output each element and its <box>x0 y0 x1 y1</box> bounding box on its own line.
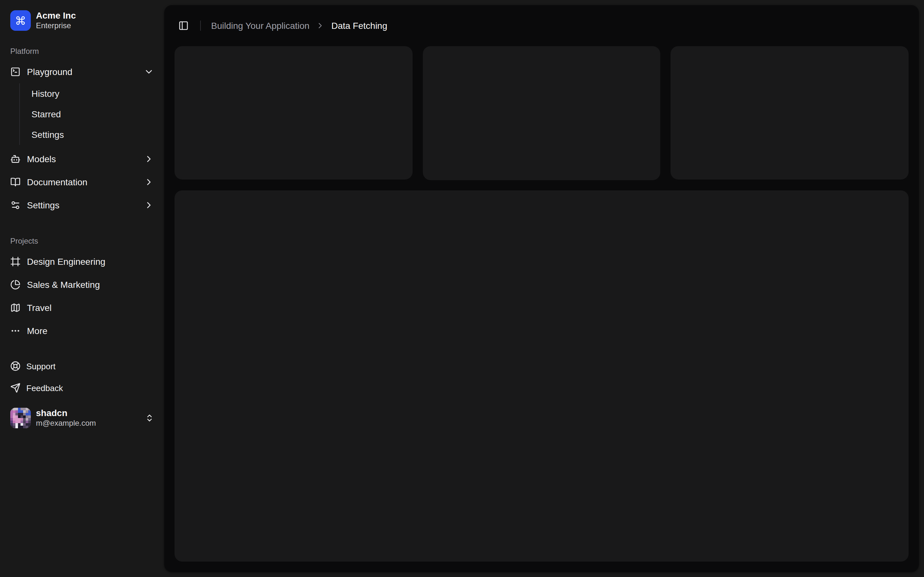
sidebar-item-design-engineering[interactable]: Design Engineering <box>5 251 159 272</box>
nav-group-label: Projects <box>5 231 159 251</box>
brand-logo <box>10 10 31 31</box>
breadcrumb-current-page: Data Fetching <box>331 21 387 31</box>
map-icon <box>10 303 21 313</box>
sidebar-item-label: Sales & Marketing <box>27 279 100 290</box>
settings-sliders-icon <box>10 200 21 210</box>
chevron-right-icon <box>144 177 154 187</box>
main-panel: Building Your Application Data Fetching <box>164 5 919 572</box>
sidebar: Acme Inc Enterprise Platform Playground <box>0 0 164 577</box>
bot-icon <box>10 154 21 164</box>
book-open-icon <box>10 177 21 187</box>
sidebar-item-travel[interactable]: Travel <box>5 298 159 318</box>
sidebar-footer: shadcn m@example.com <box>0 403 164 434</box>
sidebar-subitem-history[interactable]: History <box>26 85 159 103</box>
sidebar-item-sales-marketing[interactable]: Sales & Marketing <box>5 274 159 295</box>
brand-plan: Enterprise <box>36 21 76 31</box>
chevrons-up-down-icon <box>145 414 154 422</box>
separator <box>200 21 201 31</box>
sidebar-item-documentation[interactable]: Documentation <box>5 172 159 192</box>
chevron-right-icon <box>316 21 325 30</box>
content-area <box>164 46 919 572</box>
brand-name: Acme Inc <box>36 10 76 21</box>
square-terminal-icon <box>10 67 21 77</box>
nav-group-projects: Projects Design Engineering Sales & Mark… <box>0 226 164 346</box>
sidebar-item-feedback[interactable]: Feedback <box>5 378 159 398</box>
sidebar-item-label: Travel <box>27 303 52 313</box>
chevron-right-icon <box>144 200 154 210</box>
sidebar-item-label: Documentation <box>27 177 87 187</box>
sidebar-subitem-settings[interactable]: Settings <box>26 126 159 143</box>
user-email: m@example.com <box>36 419 96 429</box>
life-buoy-icon <box>10 361 21 371</box>
nav-group-platform: Platform Playground History Starr <box>0 36 164 221</box>
chevron-down-icon <box>144 67 154 77</box>
command-icon <box>15 15 26 26</box>
sidebar-item-label: Support <box>26 361 55 371</box>
user-name: shadcn <box>36 407 96 419</box>
app-root: Acme Inc Enterprise Platform Playground <box>0 0 924 577</box>
panel-left-icon <box>178 21 189 31</box>
sidebar-item-more[interactable]: More <box>5 321 159 341</box>
playground-submenu: History Starred Settings <box>19 83 159 145</box>
placeholder-card-large <box>174 190 909 562</box>
sidebar-item-support[interactable]: Support <box>5 356 159 376</box>
placeholder-card <box>174 46 412 180</box>
topbar: Building Your Application Data Fetching <box>164 5 919 46</box>
chevron-right-icon <box>144 154 154 164</box>
placeholder-card <box>671 46 909 180</box>
pie-chart-icon <box>10 279 21 290</box>
sidebar-item-label: Models <box>27 154 56 164</box>
user-info: shadcn m@example.com <box>36 407 96 429</box>
sidebar-item-models[interactable]: Models <box>5 149 159 169</box>
sidebar-toggle-button[interactable] <box>174 17 192 35</box>
sidebar-item-label: More <box>27 326 47 336</box>
placeholder-cards-row <box>174 46 909 180</box>
breadcrumb: Building Your Application Data Fetching <box>211 21 387 31</box>
sidebar-subitem-starred[interactable]: Starred <box>26 105 159 123</box>
brand-text: Acme Inc Enterprise <box>36 10 76 31</box>
workspace-switcher-button[interactable]: Acme Inc Enterprise <box>5 5 159 36</box>
sidebar-item-settings[interactable]: Settings <box>5 195 159 215</box>
sidebar-item-playground[interactable]: Playground <box>5 61 159 82</box>
avatar <box>10 408 31 428</box>
sidebar-item-label: Settings <box>27 200 59 210</box>
placeholder-card <box>423 46 660 180</box>
frame-icon <box>10 256 21 267</box>
user-menu-button[interactable]: shadcn m@example.com <box>5 403 159 434</box>
nav-group-secondary: Support Feedback <box>0 351 164 403</box>
sidebar-header: Acme Inc Enterprise <box>0 5 164 36</box>
nav-group-label: Platform <box>5 41 159 61</box>
send-icon <box>10 383 21 393</box>
breadcrumb-parent-link[interactable]: Building Your Application <box>211 21 310 31</box>
sidebar-item-label: Design Engineering <box>27 256 105 267</box>
sidebar-item-label: Feedback <box>26 383 63 393</box>
sidebar-item-label: Playground <box>27 67 73 77</box>
ellipsis-icon <box>10 326 21 336</box>
